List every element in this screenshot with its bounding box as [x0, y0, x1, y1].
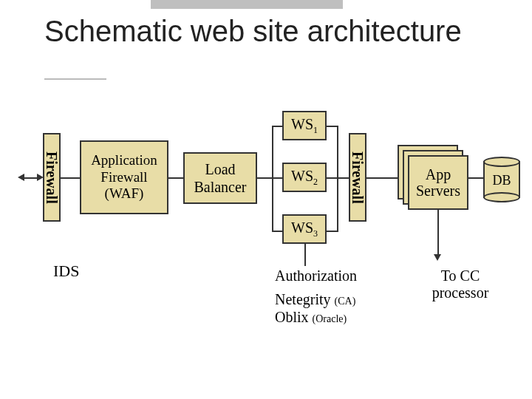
connector-waf-lb: [168, 177, 183, 179]
connector-ws-fw2: [337, 177, 349, 179]
arrowhead-entry-left: [18, 174, 24, 181]
db-label: DB: [483, 173, 520, 188]
connector-app-db: [468, 177, 483, 179]
firewall-right: Firewall: [349, 133, 366, 222]
lb-line1: Load: [194, 160, 246, 178]
ws-brace-right-bot: [327, 231, 337, 232]
ws3-sub: 3: [313, 228, 318, 239]
app-line2: Servers: [416, 183, 460, 199]
lb-line2: Balancer: [194, 178, 246, 196]
slide-top-bar: [151, 0, 343, 9]
db-cap-top: [483, 157, 520, 167]
to-cc-line2: processor: [420, 284, 501, 301]
ws-brace-right: [337, 126, 338, 232]
ws-brace-right-top: [327, 126, 337, 127]
waf-line3: (WAF): [91, 185, 157, 202]
oblix-text: Oblix: [275, 309, 309, 325]
connector-lb-ws: [257, 177, 272, 179]
waf-line1: Application: [91, 152, 157, 169]
connector-ws3-auth: [304, 244, 306, 266]
connector-app-cc: [437, 210, 439, 256]
ws-brace-left-mid: [272, 177, 282, 179]
connector-fw2-app: [366, 177, 398, 179]
waf-line2: Firewall: [91, 169, 157, 186]
ws1-base: WS: [291, 116, 313, 132]
page-title: Schematic web site architecture: [44, 15, 462, 48]
db-cylinder: DB: [483, 157, 520, 202]
ws2-base: WS: [291, 168, 313, 184]
oblix-line: Oblix (Oracle): [275, 309, 347, 326]
load-balancer-box: Load Balancer: [183, 152, 257, 204]
authorization-label: Authorization: [275, 267, 357, 284]
firewall-left-label: Firewall: [43, 151, 61, 204]
ws3-base: WS: [291, 219, 313, 236]
ids-label: IDS: [53, 262, 79, 281]
ws-brace-left-bot: [272, 231, 282, 232]
firewall-right-label: Firewall: [349, 151, 366, 204]
netegrity-line: Netegrity (CA): [275, 291, 355, 308]
ws-brace-left-top: [272, 126, 282, 127]
db-cap-bottom: [483, 192, 520, 202]
netegrity-paren: (CA): [335, 296, 356, 307]
oblix-paren: (Oracle): [313, 313, 347, 324]
ws2-box: WS2: [282, 163, 327, 192]
arrowhead-cc: [434, 254, 441, 261]
ws1-box: WS1: [282, 111, 327, 140]
to-cc-block: To CC processor: [420, 267, 501, 301]
netegrity-text: Netegrity: [275, 291, 331, 307]
diagram-canvas: Schematic web site architecture Firewall…: [0, 0, 532, 399]
ws3-box: WS3: [282, 214, 327, 244]
app-line1: App: [416, 166, 460, 183]
connector-fw-waf: [61, 177, 80, 179]
ws1-sub: 1: [313, 125, 318, 135]
ws2-sub: 2: [313, 177, 318, 187]
ws-brace-left: [272, 126, 273, 232]
application-firewall-box: Application Firewall (WAF): [80, 140, 168, 214]
title-underline: [44, 78, 106, 80]
firewall-left: Firewall: [43, 133, 61, 222]
ws-brace-right-mid: [327, 177, 337, 179]
app-servers-front: App Servers: [408, 155, 468, 210]
to-cc-line1: To CC: [420, 267, 501, 284]
